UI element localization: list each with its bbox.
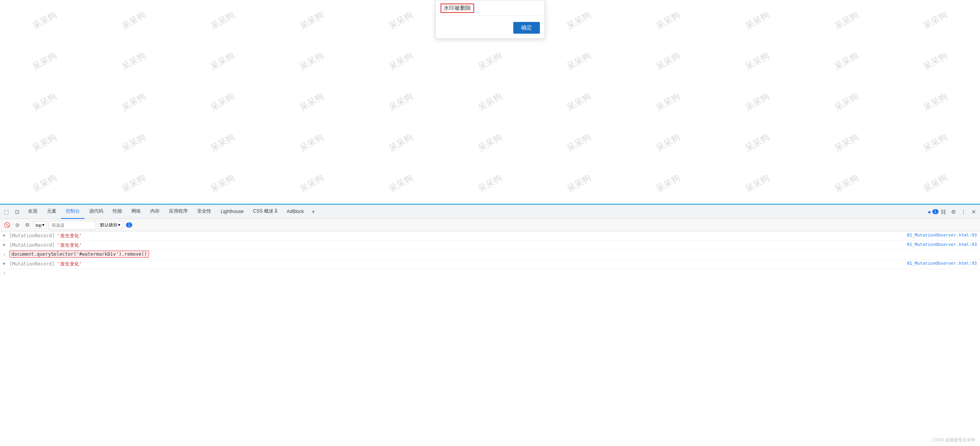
expand-arrow-1[interactable]: ▶ bbox=[3, 233, 5, 237]
more-options-icon[interactable]: ⋮ bbox=[959, 207, 968, 217]
tab-elements[interactable]: 元素 bbox=[42, 205, 61, 219]
devtools-toolbar: 🚫 ⊘ ⚙ top ▾ 默认级别 ▾ 1 bbox=[0, 219, 980, 231]
confirm-button[interactable]: 确定 bbox=[513, 22, 540, 34]
devtools-tab-icons-left: ⬚ ⊡ bbox=[2, 207, 23, 217]
context-dropdown-arrow: ▾ bbox=[42, 222, 45, 228]
console-content: ▶ [MutationRecord] '发生变化' 01_MutationObs… bbox=[0, 231, 980, 446]
tab-console[interactable]: 控制台 bbox=[61, 205, 85, 219]
console-row-4-content: [MutationRecord] '发生变化' bbox=[9, 261, 904, 267]
tab-sources[interactable]: 源代码 bbox=[85, 205, 108, 219]
console-input-row: › bbox=[0, 269, 980, 278]
caret-icon: › bbox=[3, 271, 6, 276]
settings-gear-icon[interactable]: ⚙ bbox=[949, 207, 958, 217]
settings-link-icon[interactable]: ⛓ bbox=[939, 207, 948, 217]
log-level-label: 默认级别 bbox=[100, 222, 117, 228]
log-level-dropdown-arrow: ▾ bbox=[118, 222, 120, 228]
devtools-tab-icons-right: ●1 ⛓ ⚙ ⋮ ✕ bbox=[928, 207, 978, 217]
devtools-panel: ⬚ ⊡ 欢迎 元素 控制台 源代码 性能 网络 内存 应用程序 安全性 bbox=[0, 204, 980, 446]
dialog-title: 水印被删除 bbox=[441, 4, 474, 13]
expand-arrow-4[interactable]: ▶ bbox=[3, 261, 5, 265]
console-row-2-content: [MutationRecord] '发生变化' bbox=[9, 242, 904, 249]
console-row-command-content: document.querySelector('#watermarkDiv').… bbox=[9, 251, 977, 257]
clear-console-icon[interactable]: 🚫 bbox=[3, 221, 11, 229]
filter-icon[interactable]: ⊘ bbox=[13, 221, 21, 229]
console-filter-input[interactable] bbox=[49, 221, 96, 229]
tab-adblock[interactable]: AdBlock bbox=[282, 205, 309, 219]
console-row-4: ▶ [MutationRecord] '发生变化' 01_MutationObs… bbox=[0, 260, 980, 269]
warning-count-badge: 1 bbox=[126, 222, 132, 228]
console-row-2: ▶ [MutationRecord] '发生变化' 01_MutationObs… bbox=[0, 241, 980, 250]
console-row-1-source[interactable]: 01_MutationObserver.html:93 bbox=[907, 233, 977, 238]
device-icon[interactable]: ⊡ bbox=[13, 207, 22, 217]
command-text: document.querySelector('#watermarkDiv').… bbox=[9, 251, 149, 258]
dialog-overlay: 水印被删除 确定 bbox=[0, 0, 980, 204]
prompt-icon: › bbox=[3, 252, 6, 257]
context-selector[interactable]: top ▾ bbox=[34, 221, 47, 229]
close-devtools-icon[interactable]: ✕ bbox=[969, 207, 978, 217]
settings-small-icon[interactable]: ⚙ bbox=[23, 221, 31, 229]
console-row-4-source[interactable]: 01_MutationObserver.html:93 bbox=[907, 261, 977, 266]
tab-memory[interactable]: 内存 bbox=[146, 205, 164, 219]
context-label: top bbox=[36, 223, 41, 228]
error-count: 1 bbox=[932, 209, 939, 214]
dialog-title-bar: 水印被删除 bbox=[436, 0, 545, 16]
tab-application[interactable]: 应用程序 bbox=[164, 205, 192, 219]
tab-welcome[interactable]: 欢迎 bbox=[23, 205, 42, 219]
tab-css-overview[interactable]: CSS 概述 å bbox=[248, 205, 282, 219]
expand-arrow-2[interactable]: ▶ bbox=[3, 242, 5, 247]
log-level-selector[interactable]: 默认级别 ▾ bbox=[98, 221, 122, 229]
devtools-tabs: ⬚ ⊡ 欢迎 元素 控制台 源代码 性能 网络 内存 应用程序 安全性 bbox=[0, 205, 980, 219]
add-tab-button[interactable]: + bbox=[309, 207, 318, 217]
console-row-1: ▶ [MutationRecord] '发生变化' 01_MutationObs… bbox=[0, 231, 980, 241]
console-row-2-source[interactable]: 01_MutationObserver.html:93 bbox=[907, 242, 977, 247]
csdn-watermark: CSDN @嗷嗷怪呆呆狗 bbox=[932, 437, 975, 443]
tab-performance[interactable]: 性能 bbox=[108, 205, 127, 219]
inspect-icon[interactable]: ⬚ bbox=[2, 207, 11, 217]
console-row-command: › document.querySelector('#watermarkDiv'… bbox=[0, 250, 980, 260]
console-row-1-content: [MutationRecord] '发生变化' bbox=[9, 233, 904, 239]
error-badge[interactable]: ●1 bbox=[928, 207, 938, 217]
dialog-body: 确定 bbox=[436, 16, 545, 38]
tab-lighthouse[interactable]: Lighthouse bbox=[216, 205, 248, 219]
dialog: 水印被删除 确定 bbox=[435, 0, 545, 39]
tab-security[interactable]: 安全性 bbox=[192, 205, 216, 219]
tab-network[interactable]: 网络 bbox=[127, 205, 146, 219]
